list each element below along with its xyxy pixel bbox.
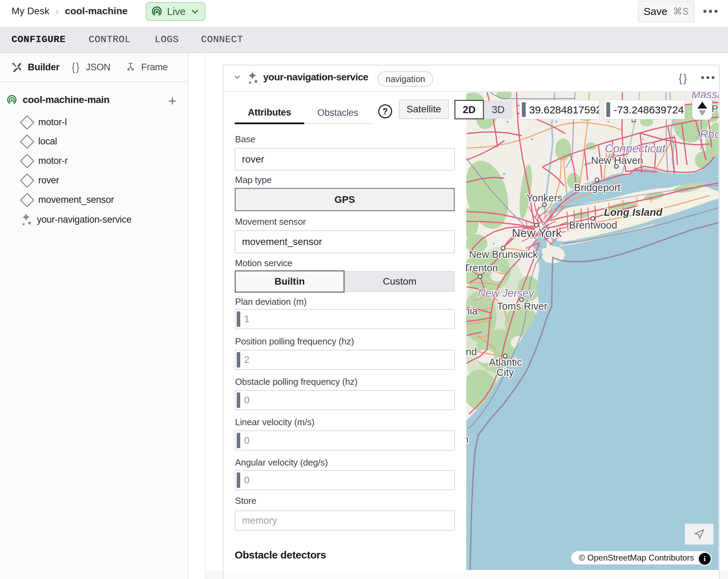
svg-text:Yonkers: Yonkers [526, 192, 563, 204]
svg-text:New York: New York [512, 226, 562, 239]
svg-text:Bridgeport: Bridgeport [574, 182, 621, 193]
svg-text:Atlantic: Atlantic [489, 357, 522, 368]
svg-text:Toms River: Toms River [497, 301, 547, 312]
svg-text:Rhode Isl: Rhode Isl [700, 128, 719, 141]
svg-text:Vineland: Vineland [466, 346, 477, 357]
svg-text:Pennsylvania: Pennsylvania [466, 306, 478, 317]
svg-text:Trenton: Trenton [466, 262, 498, 273]
svg-text:Brentwood: Brentwood [569, 220, 617, 231]
svg-text:Connecticut: Connecticut [605, 142, 666, 155]
svg-text:Long Island: Long Island [604, 206, 663, 218]
svg-text:New Brunswick: New Brunswick [469, 249, 538, 260]
svg-text:City: City [496, 367, 514, 378]
svg-text:Providence: Providence [712, 103, 719, 114]
svg-text:New Jersey: New Jersey [478, 287, 535, 299]
svg-text:Hamilton: Hamilton [466, 434, 469, 445]
